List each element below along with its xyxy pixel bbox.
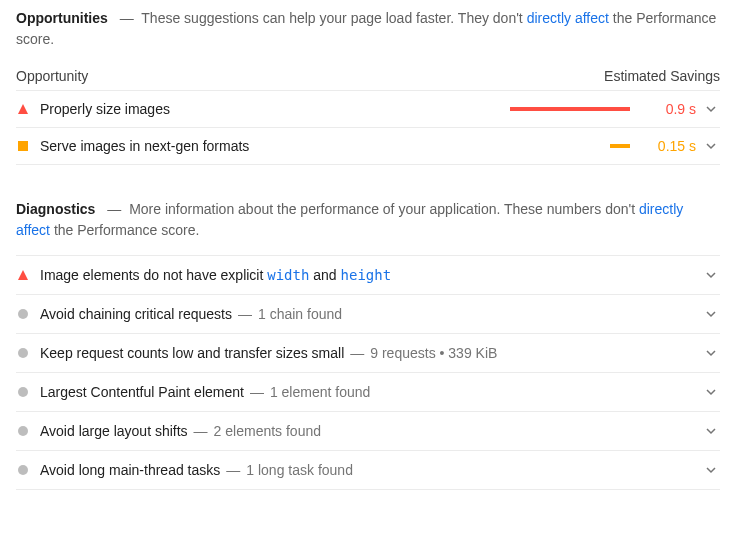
diagnostic-row[interactable]: Image elements do not have explicit widt… <box>16 255 720 294</box>
dash-separator: — <box>120 10 134 26</box>
directly-affect-link[interactable]: directly affect <box>527 10 609 26</box>
diagnostic-row[interactable]: Avoid large layout shifts—2 elements fou… <box>16 411 720 450</box>
opportunities-title: Opportunities <box>16 10 108 26</box>
diag-detail: 1 chain found <box>258 306 342 322</box>
chevron-down-icon <box>702 269 720 281</box>
gray-circle-icon <box>16 463 30 477</box>
chevron-down-icon <box>702 308 720 320</box>
dash-separator: — <box>350 345 364 361</box>
diagnostic-title: Image elements do not have explicit widt… <box>40 267 696 283</box>
svg-point-5 <box>18 465 28 475</box>
savings-bar <box>490 107 630 111</box>
diagnostic-title: Largest Contentful Paint element—1 eleme… <box>40 384 696 400</box>
diagnostic-title: Avoid long main-thread tasks—1 long task… <box>40 462 696 478</box>
diagnostics-list: Image elements do not have explicit widt… <box>16 255 720 490</box>
orange-square-icon <box>16 139 30 153</box>
chevron-down-icon <box>702 103 720 115</box>
gray-circle-icon <box>16 424 30 438</box>
savings-time: 0.15 s <box>640 138 696 154</box>
diagnostics-subtext-1: More information about the performance o… <box>129 201 639 217</box>
diagnostic-row[interactable]: Largest Contentful Paint element—1 eleme… <box>16 372 720 411</box>
chevron-down-icon <box>702 140 720 152</box>
svg-point-2 <box>18 348 28 358</box>
chevron-down-icon <box>702 425 720 437</box>
svg-rect-0 <box>18 141 28 151</box>
dash-separator: — <box>238 306 252 322</box>
gray-circle-icon <box>16 346 30 360</box>
diag-code-2: height <box>341 267 392 283</box>
diagnostic-row[interactable]: Keep request counts low and transfer siz… <box>16 333 720 372</box>
opportunities-header: Opportunities — These suggestions can he… <box>16 8 720 50</box>
svg-point-1 <box>18 309 28 319</box>
col-opportunity: Opportunity <box>16 68 88 84</box>
chevron-down-icon <box>702 347 720 359</box>
savings-bar <box>490 144 630 148</box>
diag-detail: 9 requests • 339 KiB <box>370 345 497 361</box>
svg-point-3 <box>18 387 28 397</box>
red-triangle-icon <box>16 102 30 116</box>
col-estimated-savings: Estimated Savings <box>604 68 720 84</box>
diag-title-text: Largest Contentful Paint element <box>40 384 244 400</box>
opportunities-subtext-1: These suggestions can help your page loa… <box>141 10 526 26</box>
diag-detail: 2 elements found <box>214 423 321 439</box>
diagnostics-header: Diagnostics — More information about the… <box>16 199 720 241</box>
diag-detail: 1 element found <box>270 384 370 400</box>
diag-title-text: Avoid large layout shifts <box>40 423 188 439</box>
svg-point-4 <box>18 426 28 436</box>
diagnostic-title: Avoid chaining critical requests—1 chain… <box>40 306 696 322</box>
dash-separator: — <box>194 423 208 439</box>
diag-text-pre: Image elements do not have explicit <box>40 267 267 283</box>
diag-text-mid: and <box>309 267 340 283</box>
gray-circle-icon <box>16 307 30 321</box>
opportunities-column-headers: Opportunity Estimated Savings <box>16 68 720 84</box>
opportunities-section: Opportunities — These suggestions can he… <box>16 8 720 165</box>
diagnostics-title: Diagnostics <box>16 201 95 217</box>
diag-code-1: width <box>267 267 309 283</box>
diagnostic-title: Keep request counts low and transfer siz… <box>40 345 696 361</box>
dash-separator: — <box>107 201 121 217</box>
opportunity-title: Serve images in next-gen formats <box>40 138 490 154</box>
diag-detail: 1 long task found <box>246 462 353 478</box>
diagnostic-title: Avoid large layout shifts—2 elements fou… <box>40 423 696 439</box>
dash-separator: — <box>250 384 264 400</box>
chevron-down-icon <box>702 386 720 398</box>
opportunity-row[interactable]: Properly size images 0.9 s <box>16 90 720 127</box>
chevron-down-icon <box>702 464 720 476</box>
diag-title-text: Avoid chaining critical requests <box>40 306 232 322</box>
opportunity-title: Properly size images <box>40 101 490 117</box>
opportunity-row[interactable]: Serve images in next-gen formats 0.15 s <box>16 127 720 165</box>
diagnostic-row[interactable]: Avoid chaining critical requests—1 chain… <box>16 294 720 333</box>
diagnostics-subtext-2: the Performance score. <box>50 222 199 238</box>
diag-title-text: Avoid long main-thread tasks <box>40 462 220 478</box>
diag-title-text: Keep request counts low and transfer siz… <box>40 345 344 361</box>
red-triangle-icon <box>16 268 30 282</box>
dash-separator: — <box>226 462 240 478</box>
diagnostic-row[interactable]: Avoid long main-thread tasks—1 long task… <box>16 450 720 490</box>
gray-circle-icon <box>16 385 30 399</box>
diagnostics-section: Diagnostics — More information about the… <box>16 199 720 490</box>
savings-time: 0.9 s <box>640 101 696 117</box>
